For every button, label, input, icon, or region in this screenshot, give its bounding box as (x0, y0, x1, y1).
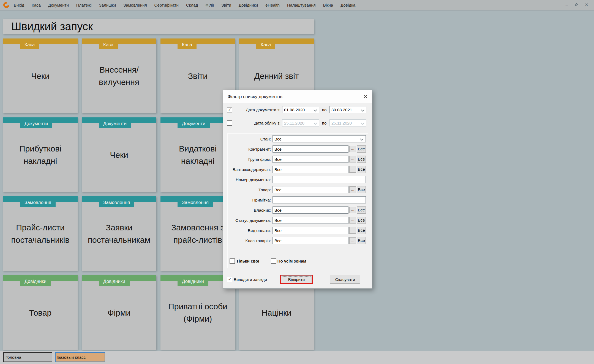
field-status-dokumenta-browse-button[interactable]: … (349, 217, 356, 224)
tile-category-strip: Довідники (82, 275, 156, 281)
field-vantazhooderzhuvach-browse-button[interactable]: … (349, 166, 356, 173)
menu-documents[interactable]: Документи (48, 3, 69, 7)
close-icon: ✕ (363, 94, 368, 100)
date-document-label: Дата документа з: (235, 107, 280, 112)
field-tovar-browse-button[interactable]: … (349, 186, 356, 193)
field-status-dokumenta-all-button[interactable]: Все (357, 217, 366, 224)
field-grupa-firm-all-button[interactable]: Все (357, 156, 366, 163)
tile-label: Чеки (82, 123, 156, 192)
field-vlasnyk-all-button[interactable]: Все (357, 206, 366, 214)
field-stan-select[interactable]: Все (273, 135, 366, 142)
menu-references[interactable]: Довідники (239, 3, 258, 7)
field-nomer-dokumenta-label: Номер документа: (230, 177, 271, 182)
menu-settings[interactable]: Налаштування (287, 3, 316, 7)
field-vlasnyk-browse-button[interactable]: … (349, 207, 356, 213)
menu-payments[interactable]: Платежі (76, 3, 92, 7)
only-own-label: Тільки свої (236, 259, 259, 263)
tile-zamovlennya-price-lists[interactable]: Замовлення Прайс-листи постачальників (3, 196, 78, 271)
tile-label: Націнки (239, 281, 314, 350)
menu-orders[interactable]: Замовлення (123, 3, 147, 7)
group-checkbox-row: Тільки свої По усім зонам (230, 257, 366, 264)
field-tovar-label: Товар: (230, 187, 271, 192)
field-klas-tovariv-browse-button[interactable]: … (349, 237, 356, 244)
menu-windows[interactable]: Вікна (323, 3, 333, 7)
tile-dokumenty-cheky[interactable]: Документи Чеки (82, 117, 156, 192)
close-button[interactable]: ✕ (584, 3, 590, 7)
tile-kasa-cheky[interactable]: Каса Чеки (3, 38, 78, 113)
field-kontragent-all-button[interactable]: Все (357, 145, 366, 153)
tile-category-badge: Довідники (99, 277, 130, 286)
dialog-titlebar[interactable]: Фільтр списку документів ✕ (223, 90, 372, 103)
tile-category-strip: Каса (239, 38, 314, 44)
tile-category-badge: Замовлення (99, 198, 134, 207)
field-vyd-oplaty-all-button[interactable]: Все (357, 227, 366, 234)
dialog-close-button[interactable]: ✕ (363, 94, 368, 99)
restore-icon (575, 3, 579, 6)
field-tovar-input[interactable]: Все (273, 186, 348, 193)
menu-warehouse[interactable]: Склад (186, 3, 198, 7)
menu-stocks[interactable]: Залишки (99, 3, 116, 7)
menu-reports[interactable]: Звіти (221, 3, 231, 7)
tile-zamovlennya-zayavky[interactable]: Замовлення Заявки постачальникам (82, 196, 156, 271)
app-logo-icon (2, 1, 11, 9)
tile-kasa-vnesennya-vyluchennya[interactable]: Каса Внесення/вилучення (82, 38, 156, 113)
tile-label: Заявки постачальникам (82, 202, 156, 271)
field-kontragent-input[interactable]: Все (273, 145, 348, 153)
date-account-from-input[interactable]: 25.11.2020 (282, 119, 319, 126)
restore-button[interactable] (574, 3, 580, 7)
tile-label: Прайс-листи постачальників (3, 202, 78, 271)
tile-label: Приватні особи (Фірми) (160, 281, 235, 350)
field-vyd-oplaty-label: Вид оплати: (230, 228, 271, 233)
menu-help[interactable]: Довідка (340, 3, 355, 7)
all-zones-checkbox[interactable] (271, 258, 276, 264)
tile-category-strip: Замовлення (3, 196, 78, 202)
date-account-checkbox[interactable] (227, 120, 232, 126)
tile-dokumenty-prybutkovi-nakladni[interactable]: Документи Прибуткові накладні (3, 117, 78, 192)
field-vyd-oplaty-input[interactable]: Все (273, 227, 348, 234)
field-vantazhooderzhuvach-input[interactable]: Все (273, 166, 348, 173)
always-show-checkbox[interactable]: ✓ (227, 277, 232, 282)
field-grupa-firm-browse-button[interactable]: … (349, 156, 356, 162)
cancel-button[interactable]: Скасувати (330, 275, 360, 284)
field-grupa-firm-input[interactable]: Все (273, 156, 348, 163)
date-account-to-input[interactable]: 25.11.2020 (329, 119, 366, 126)
field-vyd-oplaty-browse-button[interactable]: … (349, 227, 356, 234)
filter-fields-group: Стан: Все Контрагент: Все … Все Група фі… (227, 133, 368, 268)
field-vantazhooderzhuvach-all-button[interactable]: Все (357, 166, 366, 173)
field-kontragent-browse-button[interactable]: … (349, 146, 356, 152)
always-show-label: Виводити завжди (234, 277, 267, 282)
field-vlasnyk-input[interactable]: Все (273, 206, 348, 214)
date-account-row: Дата обліку з: 25.11.2020 по 25.11.2020 (227, 119, 368, 126)
field-status-dokumenta-input[interactable]: Все (273, 217, 348, 224)
date-document-to-input[interactable]: 30.08.2021 (329, 106, 366, 113)
taskbar-tab-bazovyi-klass[interactable]: Базовый класс (55, 352, 105, 362)
field-row: Вантажоодержувач: Все … Все (230, 166, 366, 173)
menu-branches[interactable]: Філії (205, 3, 214, 7)
menu-ehealth[interactable]: eHealth (265, 3, 280, 7)
date-document-from-input[interactable]: 01.08.2020 (282, 106, 319, 113)
menu-certificates[interactable]: Сертифікати (154, 3, 179, 7)
only-own-checkbox[interactable] (230, 258, 235, 264)
field-klas-tovariv-input[interactable]: Все (273, 237, 348, 244)
open-button[interactable]: Відкрити (281, 275, 312, 283)
field-tovar-all-button[interactable]: Все (357, 186, 366, 193)
menu-bar: Вихід Каса Документи Платежі Залишки Зам… (0, 0, 594, 10)
tile-label: Внесення/вилучення (82, 44, 156, 113)
tile-dovidnyky-firmy[interactable]: Довідники Фірми (82, 275, 156, 350)
filter-documents-dialog: Фільтр списку документів ✕ ✓ Дата докуме… (223, 90, 372, 289)
field-row: Група фірм: Все … Все (230, 156, 366, 163)
minimize-button[interactable]: – (564, 3, 570, 7)
menu-exit[interactable]: Вихід (14, 3, 24, 7)
field-prymitka-input[interactable] (273, 196, 366, 203)
window-controls: – ✕ (564, 3, 592, 7)
menu-kasa[interactable]: Каса (32, 3, 41, 7)
field-status-dokumenta-label: Статус документа: (230, 218, 271, 223)
taskbar-tab-holovna[interactable]: Головна (3, 352, 52, 362)
field-nomer-dokumenta-input[interactable] (273, 176, 366, 183)
tile-dovidnyky-tovar[interactable]: Довідники Товар (3, 275, 78, 350)
field-klas-tovariv-all-button[interactable]: Все (357, 237, 366, 244)
chevron-down-icon (361, 108, 364, 112)
chevron-down-icon (360, 137, 364, 141)
field-row: Контрагент: Все … Все (230, 145, 366, 153)
date-document-checkbox[interactable]: ✓ (227, 107, 232, 112)
